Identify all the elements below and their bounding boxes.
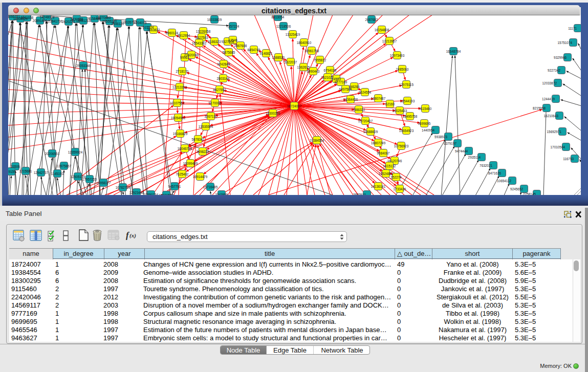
svg-text:62160: 62160 [385,102,395,106]
svg-text:2867608: 2867608 [234,44,247,48]
svg-text:10807487: 10807487 [371,97,386,100]
svg-text:19166829: 19166829 [173,132,188,136]
svg-text:19054952: 19054952 [171,116,186,120]
svg-text:12359924: 12359924 [68,150,83,154]
svg-text:3624554: 3624554 [359,91,372,94]
svg-text:1215681: 1215681 [19,169,32,173]
svg-text:1244419: 1244419 [542,97,555,101]
svg-text:8813054: 8813054 [272,15,285,19]
svg-text:7625402: 7625402 [176,172,189,176]
svg-text:13535594: 13535594 [199,125,213,128]
svg-text:12218506: 12218506 [276,25,291,28]
svg-text:16961758: 16961758 [304,49,319,53]
svg-text:2935114: 2935114 [468,156,481,159]
svg-text:19654923: 19654923 [399,129,414,133]
svg-text:1362615: 1362615 [297,65,310,69]
svg-text:14136141: 14136141 [371,185,386,188]
svg-text:2803144: 2803144 [217,77,230,80]
svg-text:8204075: 8204075 [134,21,147,25]
svg-text:1615132: 1615132 [383,164,396,168]
svg-text:13270483: 13270483 [96,16,111,19]
svg-text:15720407: 15720407 [358,119,373,123]
svg-text:8454749: 8454749 [248,48,260,52]
svg-text:16033809: 16033809 [207,18,222,21]
svg-text:7663822: 7663822 [147,28,160,32]
svg-text:18495758: 18495758 [403,115,418,118]
svg-text:6061658: 6061658 [21,16,34,19]
svg-text:9115460: 9115460 [419,107,432,111]
svg-text:3498222: 3498222 [197,150,209,154]
svg-text:1440954: 1440954 [422,128,434,132]
svg-text:2087682: 2087682 [365,18,378,21]
svg-text:10688609: 10688609 [363,130,378,134]
svg-text:15751074: 15751074 [558,41,573,45]
svg-text:12213967: 12213967 [382,39,397,43]
svg-text:9245652: 9245652 [510,187,523,191]
svg-text:16099489: 16099489 [183,162,198,165]
svg-text:9327503: 9327503 [195,36,208,39]
svg-text:29053346: 29053346 [76,64,91,68]
svg-text:12033872: 12033872 [542,81,557,85]
svg-text:8960124: 8960124 [166,31,179,35]
svg-text:13524851: 13524851 [379,172,394,176]
svg-text:8471626: 8471626 [488,171,501,175]
svg-text:3343959: 3343959 [215,193,228,195]
svg-text:16543382: 16543382 [192,41,207,45]
svg-text:5875685: 5875685 [223,51,235,54]
svg-text:5878342: 5878342 [192,138,205,141]
svg-text:8215958: 8215958 [533,106,546,110]
svg-text:7986322: 7986322 [353,108,365,112]
svg-text:9777169: 9777169 [335,80,347,84]
svg-text:3883910: 3883910 [353,193,366,195]
svg-text:6990443: 6990443 [307,70,320,73]
svg-text:5322037: 5322037 [285,60,297,64]
svg-text:10973493: 10973493 [390,54,405,57]
svg-text:22841736: 22841736 [48,19,63,23]
svg-text:12213319: 12213319 [172,85,187,89]
svg-text:10107552: 10107552 [170,101,185,105]
svg-text:7485063: 7485063 [396,68,409,71]
svg-text:12544193: 12544193 [400,99,415,103]
svg-text:16958177: 16958177 [96,181,111,185]
svg-text:16782759: 16782759 [116,186,130,189]
svg-text:6794028: 6794028 [324,69,337,72]
svg-text:16914479: 16914479 [193,175,208,179]
svg-text:9699695: 9699695 [418,122,431,125]
svg-text:12975115: 12975115 [399,83,413,86]
svg-text:17957255: 17957255 [82,178,97,181]
svg-text:19384554: 19384554 [310,139,324,142]
svg-text:14248078: 14248078 [40,15,55,19]
svg-text:16210643: 16210643 [544,114,559,118]
svg-text:15550734: 15550734 [144,193,159,195]
svg-text:9146821: 9146821 [260,52,273,55]
svg-text:13226058: 13226058 [196,30,211,33]
svg-text:10756923: 10756923 [394,144,409,148]
svg-text:7632021: 7632021 [480,164,492,167]
svg-text:7955812: 7955812 [314,58,326,62]
svg-text:16648784: 16648784 [446,50,461,53]
svg-text:99961: 99961 [180,56,189,59]
svg-text:18640910: 18640910 [297,41,312,45]
svg-text:9084067: 9084067 [377,151,390,155]
svg-text:15716485: 15716485 [203,185,218,189]
svg-text:20891406: 20891406 [33,19,48,23]
svg-text:17010504: 17010504 [551,145,565,149]
svg-text:8186323: 8186323 [208,40,221,43]
svg-text:13975867: 13975867 [57,164,72,168]
svg-text:7357224: 7357224 [227,25,239,28]
svg-text:33506: 33506 [11,165,20,168]
svg-text:5938923: 5938923 [434,135,447,139]
svg-text:9457791: 9457791 [168,185,181,188]
svg-text:20206551: 20206551 [45,152,60,156]
svg-text:12942737: 12942737 [34,171,49,174]
svg-text:9474444: 9474444 [455,149,468,153]
svg-text:21364436: 21364436 [343,98,358,101]
svg-text:39159: 39159 [8,170,16,173]
svg-text:8427552: 8427552 [213,88,226,92]
svg-text:16154808: 16154808 [375,28,389,32]
svg-text:2718170: 2718170 [176,70,189,73]
svg-text:252274: 252274 [390,176,402,179]
svg-text:10654112: 10654112 [497,179,511,183]
svg-text:16046738: 16046738 [178,147,192,150]
svg-text:9227342: 9227342 [548,69,560,72]
